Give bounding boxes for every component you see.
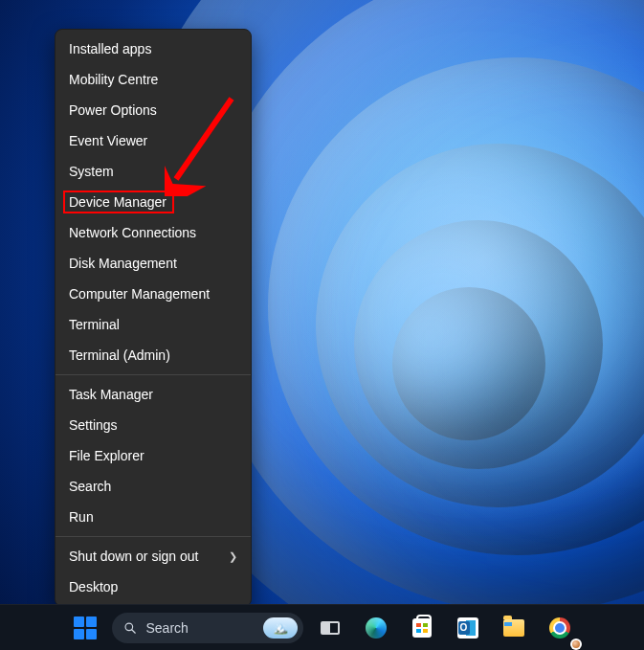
menu-item-label: Disk Management bbox=[69, 256, 177, 271]
menu-item-disk-management[interactable]: Disk Management bbox=[56, 248, 251, 279]
menu-item-label: Device Manager bbox=[69, 194, 167, 210]
menu-item-label: Mobility Centre bbox=[69, 72, 158, 87]
menu-item-label: Task Manager bbox=[69, 387, 153, 402]
file-explorer-button[interactable] bbox=[495, 609, 533, 647]
menu-item-label: System bbox=[69, 164, 114, 179]
svg-line-2 bbox=[131, 629, 135, 633]
edge-icon bbox=[366, 617, 387, 639]
task-view-button[interactable] bbox=[311, 609, 349, 647]
task-view-icon bbox=[321, 621, 340, 635]
menu-item-label: Computer Management bbox=[69, 286, 210, 302]
menu-item-terminal-admin[interactable]: Terminal (Admin) bbox=[56, 340, 251, 370]
menu-item-network-connections[interactable]: Network Connections bbox=[56, 217, 251, 248]
edge-button[interactable] bbox=[357, 609, 395, 647]
menu-item-installed-apps[interactable]: Installed apps bbox=[56, 34, 251, 64]
menu-item-run[interactable]: Run bbox=[56, 502, 251, 532]
microsoft-store-button[interactable] bbox=[403, 609, 441, 647]
menu-item-label: Shut down or sign out bbox=[69, 549, 198, 564]
file-explorer-icon bbox=[503, 619, 524, 637]
chrome-profile-badge bbox=[570, 639, 582, 650]
menu-item-label: Terminal bbox=[69, 317, 120, 332]
menu-item-terminal[interactable]: Terminal bbox=[56, 309, 251, 340]
menu-item-label: Run bbox=[69, 509, 94, 525]
menu-item-desktop[interactable]: Desktop bbox=[56, 572, 251, 602]
windows-logo-icon bbox=[74, 616, 97, 639]
menu-item-label: File Explorer bbox=[69, 448, 144, 463]
menu-item-shut-down-or-sign-out[interactable]: Shut down or sign out❯ bbox=[56, 541, 251, 572]
taskbar-search-label: Search bbox=[146, 620, 254, 636]
microsoft-store-icon bbox=[412, 618, 432, 638]
start-button[interactable] bbox=[66, 609, 104, 647]
menu-item-search[interactable]: Search bbox=[56, 471, 251, 502]
menu-item-label: Terminal (Admin) bbox=[69, 347, 170, 363]
menu-item-event-viewer[interactable]: Event Viewer bbox=[56, 125, 251, 156]
menu-item-label: Network Connections bbox=[69, 225, 196, 240]
menu-separator bbox=[56, 374, 251, 375]
menu-item-system[interactable]: System bbox=[56, 156, 251, 187]
chevron-right-icon: ❯ bbox=[229, 550, 237, 563]
menu-item-device-manager[interactable]: Device Manager bbox=[56, 187, 251, 217]
menu-item-mobility-centre[interactable]: Mobility Centre bbox=[56, 64, 251, 95]
menu-separator bbox=[56, 536, 251, 537]
menu-item-file-explorer[interactable]: File Explorer bbox=[56, 440, 251, 471]
search-icon bbox=[123, 621, 137, 635]
taskbar: Search 🏔️ O bbox=[0, 604, 644, 650]
winx-context-menu: Installed appsMobility CentrePower Optio… bbox=[55, 29, 252, 607]
menu-item-task-manager[interactable]: Task Manager bbox=[56, 379, 251, 410]
outlook-button[interactable]: O bbox=[449, 609, 487, 647]
menu-item-label: Settings bbox=[69, 417, 118, 433]
menu-item-power-options[interactable]: Power Options bbox=[56, 95, 251, 125]
menu-item-computer-management[interactable]: Computer Management bbox=[56, 279, 251, 309]
menu-item-settings[interactable]: Settings bbox=[56, 410, 251, 440]
menu-item-label: Installed apps bbox=[69, 41, 151, 56]
chrome-icon bbox=[549, 617, 570, 639]
chrome-button[interactable] bbox=[541, 609, 579, 647]
taskbar-search[interactable]: Search 🏔️ bbox=[112, 613, 303, 643]
menu-item-label: Search bbox=[69, 479, 111, 494]
menu-item-label: Desktop bbox=[69, 579, 118, 594]
menu-item-label: Event Viewer bbox=[69, 133, 147, 148]
outlook-icon: O bbox=[457, 617, 478, 639]
menu-item-label: Power Options bbox=[69, 102, 157, 118]
search-highlight-chip: 🏔️ bbox=[263, 617, 298, 639]
